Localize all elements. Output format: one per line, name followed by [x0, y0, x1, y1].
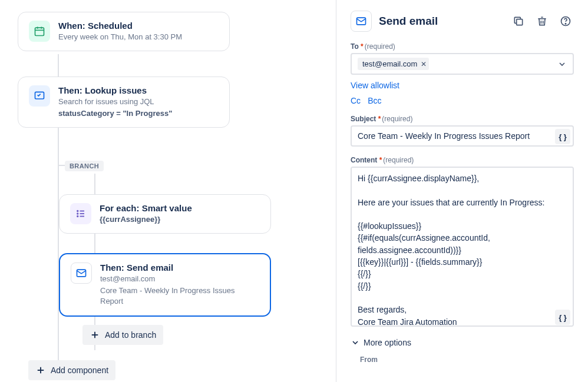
foreach-card[interactable]: For each: Smart value {{currAssignee}}: [59, 194, 271, 234]
panel-title: Send email: [379, 15, 503, 28]
svg-point-9: [77, 216, 78, 217]
to-chip: test@email.com ✕: [358, 58, 429, 70]
view-allowlist-link[interactable]: View allowlist: [351, 81, 574, 90]
trigger-title: When: Scheduled: [58, 21, 219, 31]
lookup-desc1: Search for issues using JQL: [58, 97, 219, 107]
help-button[interactable]: [557, 13, 574, 29]
trigger-card[interactable]: When: Scheduled Every week on Thu, Mon a…: [18, 12, 230, 51]
svg-rect-0: [35, 28, 44, 35]
rule-canvas: When: Scheduled Every week on Thu, Mon a…: [0, 0, 336, 382]
from-label: From: [360, 356, 574, 364]
svg-point-21: [565, 24, 566, 24]
panel-header: Send email: [351, 11, 574, 32]
content-textarea[interactable]: [351, 167, 574, 327]
subject-input[interactable]: [351, 125, 574, 147]
plus-icon: [90, 330, 100, 340]
sendemail-desc1: test@email.com: [100, 274, 259, 284]
svg-rect-17: [517, 19, 523, 25]
cc-link[interactable]: Cc: [351, 96, 361, 105]
to-field[interactable]: test@email.com ✕: [351, 53, 574, 75]
chevron-down-icon[interactable]: [557, 59, 567, 69]
list-icon: [70, 203, 91, 224]
lookup-icon: [29, 85, 50, 107]
bcc-link[interactable]: Bcc: [368, 96, 381, 105]
svg-point-5: [77, 211, 78, 212]
svg-point-7: [77, 213, 78, 214]
foreach-desc: {{currAssignee}}: [100, 214, 260, 225]
remove-chip-button[interactable]: ✕: [421, 60, 427, 68]
add-component-label: Add component: [51, 366, 108, 375]
calendar-icon: [29, 21, 50, 42]
duplicate-button[interactable]: [510, 13, 527, 29]
to-label: To *(required): [351, 42, 574, 51]
foreach-title: For each: Smart value: [100, 203, 260, 213]
lookup-card[interactable]: Then: Lookup issues Search for issues us…: [18, 77, 230, 128]
smart-value-button[interactable]: { }: [555, 310, 570, 325]
trigger-desc: Every week on Thu, Mon at 3:30 PM: [58, 32, 219, 42]
chevron-down-icon: [351, 338, 360, 347]
delete-button[interactable]: [534, 13, 550, 29]
sendemail-desc2: Core Team - Weekly In Progress Issues Re…: [100, 285, 259, 307]
plus-icon: [35, 365, 46, 376]
details-panel: Send email To *(required) test@email.com…: [336, 0, 588, 382]
lookup-desc2: statusCategory = "In Progress": [58, 108, 219, 119]
subject-label: Subject *(required): [351, 115, 574, 123]
mail-icon: [71, 263, 92, 284]
lookup-title: Then: Lookup issues: [58, 85, 219, 95]
sendemail-card[interactable]: Then: Send email test@email.com Core Tea…: [59, 253, 271, 317]
add-to-branch-button[interactable]: Add to branch: [82, 325, 163, 345]
add-to-branch-label: Add to branch: [105, 330, 156, 340]
sendemail-title: Then: Send email: [100, 263, 259, 273]
more-options-toggle[interactable]: More options: [351, 338, 574, 347]
branch-label: BRANCH: [65, 161, 104, 171]
add-component-button[interactable]: Add component: [28, 360, 115, 380]
smart-value-button[interactable]: { }: [555, 129, 570, 144]
mail-icon: [351, 11, 372, 32]
content-label: Content *(required): [351, 156, 574, 164]
